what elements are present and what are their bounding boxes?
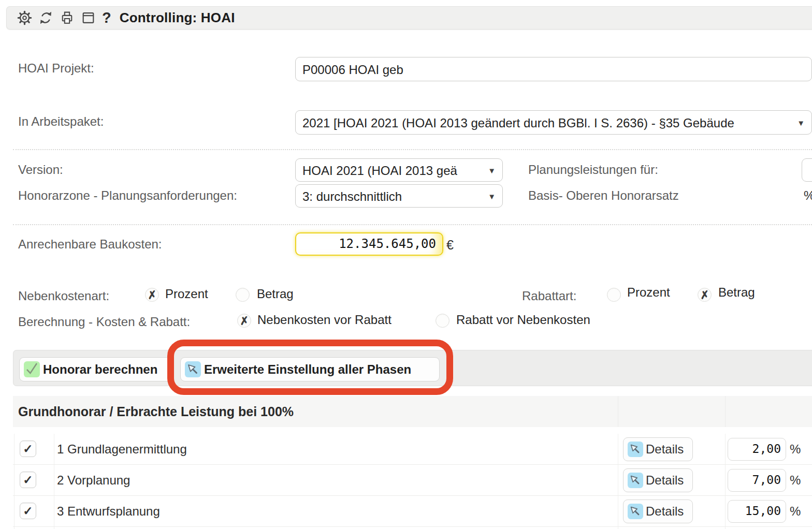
project-value: P00006 HOAI geb [302,63,403,77]
cursor-icon [185,361,201,377]
phase-label: 1 Grundlagenermittlung [57,434,187,465]
baukosten-value: 12.345.645,00 [339,237,436,251]
workpackage-dropdown[interactable]: 2021 [HOAI 2021 (HOAI 2013 geändert durc… [295,110,812,135]
radio-x-mark: ✗ [147,289,157,301]
details-label: Details [646,504,684,519]
percent-input[interactable]: 15,00 [728,500,786,523]
percent-unit: % [790,434,801,465]
basis-label: Basis- Oberen Honorarsatz [528,188,679,203]
version-value: HOAI 2021 (HOAI 2013 geä [302,164,457,178]
honorarzone-label: Honorarzone - Planungsanforderungen: [18,188,237,203]
percent-unit: % [790,465,801,496]
print-icon[interactable] [59,10,75,26]
help-icon[interactable]: ? [102,9,111,26]
radio-label-betrag: Betrag [718,285,755,300]
radio-x-mark: ✗ [700,289,710,301]
radio-x-mark: ✗ [239,315,250,327]
radio-rabatt-vor-nebenkosten[interactable]: ✗ [436,314,450,328]
workpackage-value: 2021 [HOAI 2021 (HOAI 2013 geändert durc… [302,116,734,130]
phase-checkbox[interactable]: ✓ [20,503,36,519]
radio-label-nebenkosten-vor-rabatt: Nebenkosten vor Rabatt [257,313,392,327]
table-row: ✓ 3 Entwurfsplanung Details 15,00 % [13,496,812,527]
cursor-icon [628,504,643,519]
section-divider [13,149,812,150]
controlling-hoai-window: ? Controlling: HOAI HOAI Projekt: P00006… [0,0,812,529]
baukosten-unit: € [446,238,454,253]
chevron-down-icon: ▼ [485,159,496,182]
check-icon [24,361,40,377]
phase-checkbox[interactable]: ✓ [20,472,36,488]
version-label: Version: [18,163,63,177]
planning-for-label: Planungsleistungen für: [528,163,658,177]
details-button[interactable]: Details [623,499,693,523]
project-label: HOAI Projekt: [18,61,94,76]
checkmark-icon: ✓ [23,474,33,486]
percent-value: 2,00 [752,442,781,455]
percent-unit: % [790,527,801,529]
percent-input[interactable]: 2,00 [728,438,786,461]
radio-label-prozent: Prozent [165,287,208,301]
radio-rabattart-prozent[interactable]: ✗ [607,288,621,302]
percent-input[interactable]: 7,00 [728,469,786,492]
radio-label-prozent: Prozent [627,285,670,300]
percent-value: 7,00 [752,473,781,487]
cursor-icon [628,473,643,488]
details-label: Details [646,442,684,457]
phase-label: 3 Entwurfsplanung [57,496,160,527]
radio-nebenkosten-vor-rabatt[interactable]: ✗ [237,314,251,328]
percent-unit: % [790,496,801,527]
table-header: Grundhonorar / Erbrachte Leistung bei 10… [13,396,812,427]
radio-nebenkostenart-prozent[interactable]: ✗ [145,288,159,302]
planning-for-input-edge[interactable] [802,158,812,182]
nebenkostenart-label: Nebenkostenart: [18,289,109,303]
rabattart-label: Rabattart: [522,289,576,303]
baukosten-label: Anrechenbare Baukosten: [18,237,162,252]
table-row: ✓ 1 Grundlagenermittlung Details 2,00 % [13,434,812,465]
details-label: Details [646,473,684,488]
radio-label-rabatt-vor-nebenkosten: Rabatt vor Nebenkosten [456,313,590,327]
workpackage-label: In Arbeitspaket: [18,114,104,129]
extended-settings-label: Erweiterte Einstellung aller Phasen [204,362,411,377]
table-row: ✓ Details % [13,527,812,529]
window-titlebar: ? Controlling: HOAI [6,6,812,30]
details-button[interactable]: Details [623,468,693,492]
baukosten-input[interactable]: 12.345.645,00 [295,232,443,256]
radio-rabattart-betrag[interactable]: ✗ [698,288,712,302]
settings-gear-icon[interactable] [16,10,33,26]
details-button[interactable]: Details [623,437,693,461]
table-row: ✓ 2 Vorplanung Details 7,00 % [13,465,812,496]
page-title: Controlling: HOAI [120,10,235,26]
honorarzone-dropdown[interactable]: 3: durchschnittlich ▼ [295,184,503,208]
radio-nebenkostenart-betrag[interactable]: ✗ [236,288,250,302]
refresh-icon[interactable] [37,10,54,26]
berechnung-label: Berechnung - Kosten & Rabatt: [18,315,190,329]
column-divider [618,396,618,427]
window-icon[interactable] [80,10,96,26]
percent-value: 15,00 [745,504,781,518]
table-title: Grundhonorar / Erbrachte Leistung bei 10… [18,396,294,427]
checkmark-icon: ✓ [23,443,33,455]
extended-settings-button[interactable]: Erweiterte Einstellung aller Phasen [180,357,440,381]
calculate-fee-button[interactable]: Honorar berechnen [19,357,173,381]
cursor-icon [628,442,643,457]
section-divider [13,224,812,225]
checkmark-icon: ✓ [23,505,33,517]
column-divider [725,396,726,427]
radio-label-betrag: Betrag [257,287,294,301]
phase-label: 2 Vorplanung [57,465,130,496]
calculate-fee-label: Honorar berechnen [43,362,157,377]
project-input[interactable]: P00006 HOAI geb [295,57,812,81]
version-dropdown[interactable]: HOAI 2021 (HOAI 2013 geä ▼ [295,158,503,182]
chevron-down-icon: ▼ [485,185,496,208]
chevron-down-icon: ▼ [794,111,805,135]
honorarzone-value: 3: durchschnittlich [302,189,402,203]
phase-checkbox[interactable]: ✓ [20,440,36,457]
basis-unit: % [804,188,812,203]
